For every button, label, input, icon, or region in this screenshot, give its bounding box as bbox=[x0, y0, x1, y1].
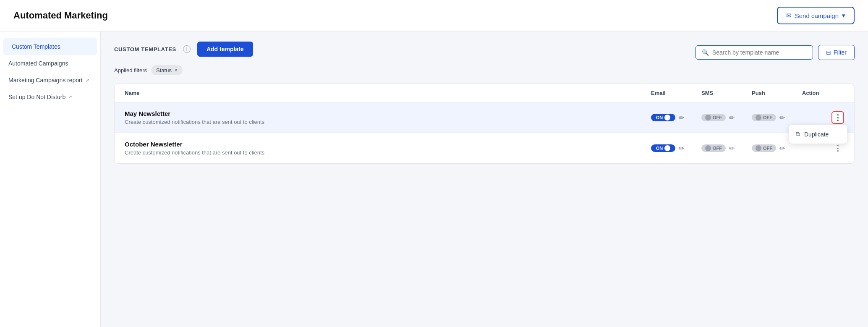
sidebar-item-marketing-campaigns-report[interactable]: Marketing Campaigns report ↗ bbox=[0, 72, 100, 89]
row-desc-may: Create customized notifications that are… bbox=[125, 119, 651, 125]
sidebar-item-automated-campaigns[interactable]: Automated Campaigns bbox=[0, 55, 100, 72]
more-button-may[interactable]: ⋮ bbox=[831, 111, 844, 124]
templates-table: Name Email SMS Push Action May Newslette… bbox=[114, 84, 855, 164]
main-content: CUSTOM TEMPLATES i Add template 🔍 ⊟ Filt… bbox=[101, 31, 868, 327]
applied-filters: Applied filters Status × bbox=[114, 65, 855, 75]
sms-toggle-group-oct: OFF ✏ bbox=[701, 144, 752, 152]
sidebar: Custom Templates Automated Campaigns Mar… bbox=[0, 31, 101, 327]
push-toggle-group-oct: OFF ✏ bbox=[752, 144, 802, 152]
section-label: CUSTOM TEMPLATES bbox=[114, 46, 176, 52]
filter-button[interactable]: ⊟ Filter bbox=[818, 45, 855, 60]
col-sms: SMS bbox=[701, 90, 752, 96]
col-action: Action bbox=[802, 90, 844, 96]
email-edit-icon-oct[interactable]: ✏ bbox=[679, 144, 684, 152]
table-header: Name Email SMS Push Action bbox=[115, 84, 854, 102]
push-edit-icon-may[interactable]: ✏ bbox=[779, 114, 785, 122]
col-name: Name bbox=[125, 90, 651, 96]
push-toggle-may[interactable]: OFF bbox=[752, 114, 776, 121]
filter-sliders-icon: ⊟ bbox=[826, 49, 831, 56]
email-toggle-group-oct: ON ✏ bbox=[651, 144, 701, 152]
col-email: Email bbox=[651, 90, 701, 96]
chevron-down-icon: ▾ bbox=[842, 12, 845, 19]
external-link-icon: ↗ bbox=[85, 77, 89, 83]
push-edit-icon-oct[interactable]: ✏ bbox=[779, 144, 785, 152]
add-template-button[interactable]: Add template bbox=[197, 42, 253, 57]
sidebar-item-custom-templates[interactable]: Custom Templates bbox=[3, 38, 97, 55]
send-campaign-button[interactable]: ✉ Send campaign ▾ bbox=[777, 7, 855, 24]
search-input[interactable] bbox=[712, 49, 807, 56]
dropdown-menu-may: ⧉ Duplicate bbox=[789, 124, 847, 144]
duplicate-button[interactable]: ⧉ Duplicate bbox=[789, 126, 847, 142]
search-icon: 🔍 bbox=[702, 49, 709, 56]
push-toggle-group-may: OFF ✏ bbox=[752, 114, 802, 122]
table-row: October Newsletter Create customized not… bbox=[115, 133, 854, 163]
sidebar-item-set-up-do-not-disturb[interactable]: Set up Do Not Disturb ↗ bbox=[0, 89, 100, 105]
chip-close-icon[interactable]: × bbox=[174, 67, 178, 73]
sms-toggle-may[interactable]: OFF bbox=[701, 114, 726, 121]
search-box[interactable]: 🔍 bbox=[695, 45, 813, 60]
row-name-cell: May Newsletter Create customized notific… bbox=[125, 110, 651, 125]
send-icon: ✉ bbox=[786, 12, 792, 19]
applied-filters-label: Applied filters bbox=[114, 67, 147, 73]
info-icon[interactable]: i bbox=[183, 45, 191, 53]
email-edit-icon-may[interactable]: ✏ bbox=[679, 114, 684, 122]
sms-toggle-group-may: OFF ✏ bbox=[701, 114, 752, 122]
email-toggle-oct[interactable]: ON bbox=[651, 144, 675, 152]
col-push: Push bbox=[752, 90, 802, 96]
layout: Custom Templates Automated Campaigns Mar… bbox=[0, 31, 868, 327]
chip-label: Status bbox=[156, 67, 172, 73]
row-name-cell: October Newsletter Create customized not… bbox=[125, 141, 651, 156]
duplicate-icon: ⧉ bbox=[796, 131, 800, 138]
table-row: May Newsletter Create customized notific… bbox=[115, 102, 854, 133]
page-title: Automated Marketing bbox=[13, 10, 108, 21]
external-link-icon-2: ↗ bbox=[68, 94, 72, 100]
content-header: CUSTOM TEMPLATES i Add template bbox=[114, 42, 253, 57]
status-filter-chip: Status × bbox=[151, 65, 183, 75]
email-toggle-may[interactable]: ON bbox=[651, 114, 675, 121]
sms-edit-icon-may[interactable]: ✏ bbox=[729, 114, 735, 122]
content-header-row: CUSTOM TEMPLATES i Add template 🔍 ⊟ Filt… bbox=[114, 42, 855, 63]
sms-edit-icon-oct[interactable]: ✏ bbox=[729, 144, 735, 152]
push-toggle-oct[interactable]: OFF bbox=[752, 144, 776, 152]
app-header: Automated Marketing ✉ Send campaign ▾ bbox=[0, 0, 868, 31]
email-toggle-group-may: ON ✏ bbox=[651, 114, 701, 122]
row-name-oct: October Newsletter bbox=[125, 141, 651, 148]
sms-toggle-oct[interactable]: OFF bbox=[701, 144, 726, 152]
search-filter-row: 🔍 ⊟ Filter bbox=[695, 45, 855, 60]
row-name-may: May Newsletter bbox=[125, 110, 651, 117]
row-desc-oct: Create customized notifications that are… bbox=[125, 149, 651, 156]
action-cell-may: ⋮ bbox=[802, 111, 844, 124]
